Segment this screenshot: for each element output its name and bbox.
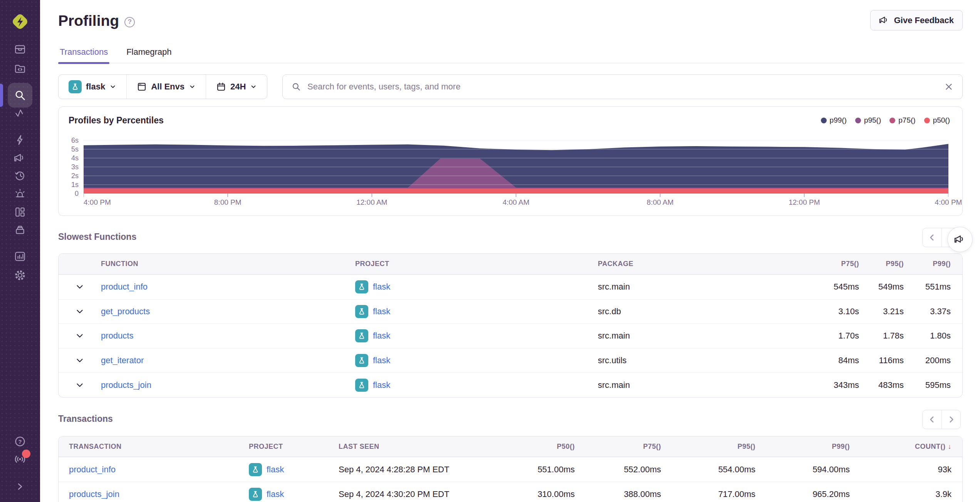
transaction-link[interactable]: products_join xyxy=(69,489,119,499)
project-link[interactable]: flask xyxy=(373,355,390,366)
environment-filter[interactable]: All Envs xyxy=(126,75,206,99)
chart-legend: p99() p95() p75() p50() xyxy=(821,116,950,125)
search-input[interactable] xyxy=(307,82,938,92)
sidebar-item-replays[interactable] xyxy=(0,167,40,184)
page-help-icon[interactable]: ? xyxy=(124,17,135,27)
clear-search-icon[interactable] xyxy=(944,82,954,92)
expand-row-button[interactable] xyxy=(59,307,101,317)
column-header-project[interactable]: PROJECT xyxy=(249,443,339,451)
sidebar-expand-button[interactable] xyxy=(0,478,40,495)
sidebar-item-settings[interactable] xyxy=(0,267,40,284)
previous-page-button[interactable] xyxy=(923,228,941,247)
stats-icon xyxy=(14,250,26,263)
sidebar-item-alerts[interactable] xyxy=(0,185,40,202)
main-content: Profiling ? Give Feedback Transactions F… xyxy=(40,0,980,502)
flask-project-icon xyxy=(355,305,368,318)
project-link[interactable]: flask xyxy=(373,331,390,341)
column-header-p75[interactable]: P75() xyxy=(801,260,859,268)
search-icon xyxy=(13,89,27,102)
legend-item-p95[interactable]: p95() xyxy=(855,116,881,125)
column-header-transaction[interactable]: TRANSACTION xyxy=(59,443,249,451)
p99-cell: 551ms xyxy=(904,282,962,292)
megaphone-icon xyxy=(879,15,889,25)
legend-item-p99[interactable]: p99() xyxy=(821,116,847,125)
column-header-function[interactable]: FUNCTION xyxy=(101,260,355,268)
tab-flamegraph[interactable]: Flamegraph xyxy=(125,45,173,63)
legend-dot-p95 xyxy=(855,118,861,123)
column-header-p95[interactable]: P95() xyxy=(661,443,755,451)
package-cell: src.main xyxy=(598,331,801,341)
megaphone-icon xyxy=(14,152,26,164)
table-row: products_join flask Sep 4, 2024 4:30:20 … xyxy=(59,482,962,502)
function-link[interactable]: products xyxy=(101,331,133,340)
function-link[interactable]: get_products xyxy=(101,307,150,316)
function-link[interactable]: products_join xyxy=(101,380,151,390)
legend-item-p50[interactable]: p50() xyxy=(924,116,950,125)
project-link[interactable]: flask xyxy=(267,465,284,475)
next-page-button[interactable] xyxy=(941,410,960,429)
column-header-p99[interactable]: P99() xyxy=(904,260,962,268)
chart-y-axis: 6s 5s 4s 3s 2s 1s 0 xyxy=(59,137,79,197)
chevron-down-icon xyxy=(109,83,116,90)
sidebar-item-feedback[interactable] xyxy=(0,150,40,167)
project-filter[interactable]: flask xyxy=(59,75,126,99)
chevron-left-icon xyxy=(927,232,937,243)
legend-dot-p50 xyxy=(924,118,930,123)
give-feedback-button[interactable]: Give Feedback xyxy=(870,10,963,30)
project-link[interactable]: flask xyxy=(373,307,390,317)
column-header-p50[interactable]: P50() xyxy=(500,443,575,451)
column-header-package[interactable]: PACKAGE xyxy=(598,260,801,268)
sidebar-item-insights[interactable] xyxy=(0,131,40,148)
column-header-p95[interactable]: P95() xyxy=(859,260,904,268)
column-header-last-seen[interactable]: LAST SEEN xyxy=(339,443,500,451)
sidebar-item-releases[interactable] xyxy=(0,222,40,239)
sentry-logo-icon xyxy=(10,12,30,32)
sentry-logo[interactable] xyxy=(0,11,40,32)
expand-row-button[interactable] xyxy=(59,282,101,292)
legend-item-p75[interactable]: p75() xyxy=(889,116,915,125)
chevron-right-icon xyxy=(946,414,956,425)
previous-page-button[interactable] xyxy=(923,410,941,429)
p99-cell: 965.20ms xyxy=(755,489,850,499)
sidebar-item-issues[interactable] xyxy=(0,41,40,58)
project-link[interactable]: flask xyxy=(267,489,284,499)
project-link[interactable]: flask xyxy=(373,380,390,390)
sidebar-item-whats-new[interactable] xyxy=(0,451,40,468)
table-row: get_products flask src.db 3.10s 3.21s 3.… xyxy=(59,299,962,324)
p95-cell: 116ms xyxy=(859,355,904,366)
transaction-link[interactable]: product_info xyxy=(69,465,116,474)
dashboards-icon xyxy=(14,206,26,218)
floating-feedback-button[interactable] xyxy=(947,227,973,252)
traces-icon xyxy=(14,108,26,120)
expand-row-button[interactable] xyxy=(59,355,101,366)
chart-plot-area[interactable] xyxy=(84,140,948,198)
sidebar-item-traces[interactable] xyxy=(0,105,40,122)
sidebar-item-projects[interactable] xyxy=(0,60,40,77)
sidebar-item-help[interactable]: ? xyxy=(0,433,40,450)
tab-transactions[interactable]: Transactions xyxy=(58,45,109,63)
function-link[interactable]: product_info xyxy=(101,282,148,291)
sidebar-item-stats[interactable] xyxy=(0,248,40,265)
search-bar xyxy=(282,74,963,99)
function-link[interactable]: get_iterator xyxy=(101,355,144,365)
project-link[interactable]: flask xyxy=(373,282,390,292)
column-header-p99[interactable]: P99() xyxy=(755,443,850,451)
slowest-functions-title: Slowest Functions xyxy=(58,232,136,242)
flask-project-icon xyxy=(69,80,82,93)
date-range-filter-label: 24H xyxy=(230,82,246,92)
transactions-pagination xyxy=(922,410,961,429)
calendar-icon xyxy=(216,82,226,92)
releases-icon xyxy=(14,224,26,236)
column-header-count[interactable]: COUNT()↓ xyxy=(850,443,962,451)
expand-row-button[interactable] xyxy=(59,331,101,341)
column-header-project[interactable]: PROJECT xyxy=(355,260,598,268)
date-range-filter[interactable]: 24H xyxy=(206,75,267,99)
p95-cell: 549ms xyxy=(859,282,904,292)
sidebar-item-dashboards[interactable] xyxy=(0,204,40,221)
sidebar-item-search-active[interactable] xyxy=(8,83,32,108)
column-header-p75[interactable]: P75() xyxy=(575,443,661,451)
p99-cell: 1.80s xyxy=(904,331,962,341)
p95-cell: 3.21s xyxy=(859,307,904,317)
last-seen-cell: Sep 4, 2024 4:28:28 PM EDT xyxy=(339,465,500,475)
expand-row-button[interactable] xyxy=(59,380,101,390)
